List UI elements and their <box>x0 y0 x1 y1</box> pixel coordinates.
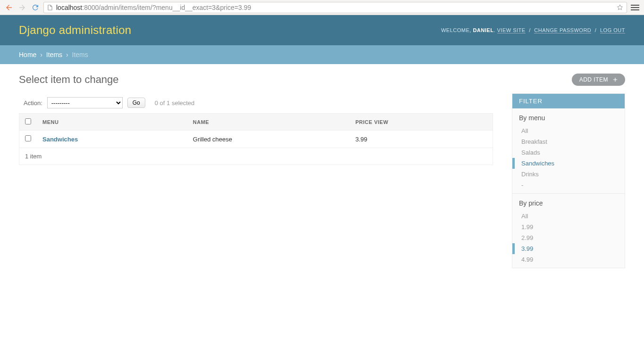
cell-menu: Sandwiches <box>37 131 187 148</box>
row-checkbox-cell <box>19 131 37 148</box>
paginator: 1 item <box>19 148 493 165</box>
admin-header: Django administration WELCOME, DANIEL. V… <box>0 15 644 45</box>
action-select[interactable]: --------- <box>47 97 123 108</box>
add-item-label: ADD ITEM <box>579 76 608 83</box>
result-table: MENU NAME PRICE VIEW SandwichesGrilled c… <box>19 113 493 148</box>
row-checkbox[interactable] <box>25 135 31 141</box>
back-button[interactable] <box>4 2 14 13</box>
url-text: localhost:8000/admin/items/item/?menu__i… <box>56 4 251 11</box>
forward-button[interactable] <box>17 2 27 13</box>
arrow-right-icon <box>18 3 26 12</box>
col-menu[interactable]: MENU <box>37 114 187 131</box>
filter-menu-item[interactable]: - <box>512 180 625 190</box>
bookmark-star-icon[interactable] <box>616 4 624 11</box>
reload-icon <box>31 3 40 12</box>
col-name[interactable]: NAME <box>187 114 350 131</box>
col-price[interactable]: PRICE VIEW <box>350 114 493 131</box>
browser-menu-button[interactable] <box>630 2 640 13</box>
filter-price-item[interactable]: 3.99 <box>512 243 625 254</box>
reload-button[interactable] <box>30 2 41 13</box>
filter-price-item[interactable]: 4.99 <box>512 254 625 265</box>
actions-bar: Action: --------- Go 0 of 1 selected <box>19 97 493 108</box>
filter-box: FILTER By menu AllBreakfastSaladsSandwic… <box>512 93 625 268</box>
filter-title: FILTER <box>512 94 625 108</box>
breadcrumb: Home › Items › Items <box>0 45 644 64</box>
filter-price-item[interactable]: All <box>512 211 625 222</box>
filter-by-menu-label: By menu <box>512 108 625 125</box>
page-title: Select item to change <box>19 74 119 86</box>
select-all-checkbox[interactable] <box>25 118 31 124</box>
view-site-link[interactable]: VIEW SITE <box>497 27 526 33</box>
go-button[interactable]: Go <box>127 98 145 108</box>
filter-section-price: By price All1.992.993.994.99 <box>512 194 625 268</box>
filter-menu-item[interactable]: Breakfast <box>512 136 625 147</box>
filter-by-price-label: By price <box>512 194 625 211</box>
site-title: Django administration <box>19 24 131 37</box>
sidebar: ADD ITEM FILTER By menu AllBreakfastSala… <box>512 74 625 268</box>
logout-link[interactable]: LOG OUT <box>600 27 625 33</box>
plus-icon <box>612 76 619 83</box>
breadcrumb-app[interactable]: Items <box>46 51 62 58</box>
filter-price-item[interactable]: 1.99 <box>512 222 625 232</box>
page-icon <box>47 4 53 11</box>
selection-count: 0 of 1 selected <box>155 99 195 107</box>
main-content: Select item to change Action: --------- … <box>19 74 493 165</box>
header-checkbox-cell <box>19 114 37 131</box>
filter-menu-item[interactable]: Drinks <box>512 169 625 180</box>
table-row: SandwichesGrilled cheese3.99 <box>19 131 493 148</box>
cell-price: 3.99 <box>350 131 493 148</box>
filter-menu-item[interactable]: Salads <box>512 147 625 158</box>
arrow-left-icon <box>5 3 13 12</box>
action-label: Action: <box>24 99 42 107</box>
user-links: WELCOME, DANIEL. VIEW SITE / CHANGE PASS… <box>441 27 625 33</box>
cell-name: Grilled cheese <box>187 131 350 148</box>
filter-price-item[interactable]: 2.99 <box>512 232 625 243</box>
username: DANIEL <box>473 27 493 33</box>
filter-menu-item[interactable]: All <box>512 125 625 136</box>
browser-chrome: localhost:8000/admin/items/item/?menu__i… <box>0 0 644 15</box>
filter-section-menu: By menu AllBreakfastSaladsSandwichesDrin… <box>512 108 625 194</box>
breadcrumb-model: Items <box>72 51 88 58</box>
add-item-button[interactable]: ADD ITEM <box>572 74 625 86</box>
breadcrumb-home[interactable]: Home <box>19 51 36 58</box>
change-password-link[interactable]: CHANGE PASSWORD <box>534 27 591 33</box>
filter-menu-item[interactable]: Sandwiches <box>512 158 625 169</box>
menu-link[interactable]: Sandwiches <box>42 136 78 143</box>
welcome-text: WELCOME, <box>441 27 471 33</box>
url-bar[interactable]: localhost:8000/admin/items/item/?menu__i… <box>43 2 627 13</box>
